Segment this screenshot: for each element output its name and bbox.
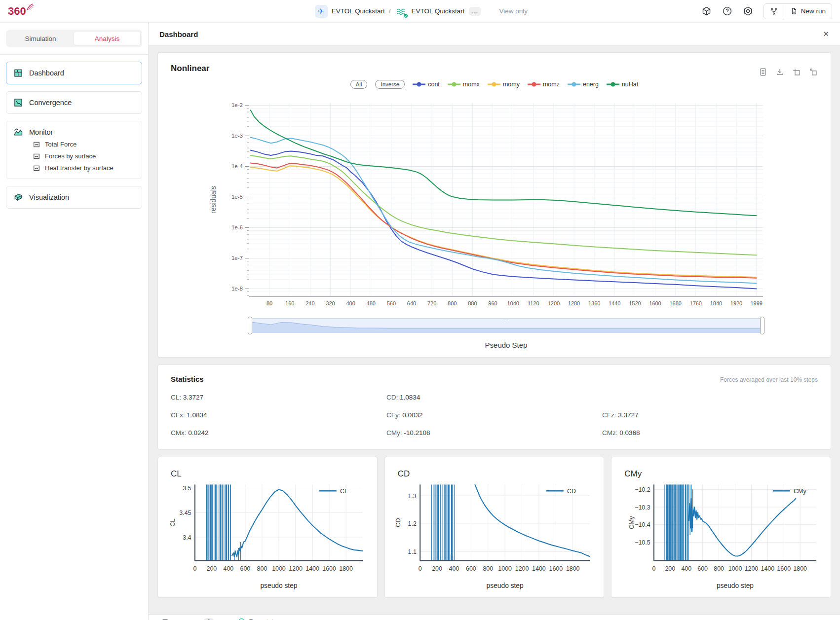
legend-marker-icon [413, 82, 425, 87]
sidebar-subitem-label: Heat transfer by surface [45, 164, 114, 172]
residuals-chart[interactable]: 1e-21e-31e-41e-51e-61e-71e-8801602403204… [158, 91, 831, 311]
sidebar-item-label: Convergence [29, 99, 72, 107]
sidebar-item-convergence[interactable]: Convergence [6, 91, 142, 114]
legend-item-momz[interactable]: momz [528, 81, 560, 88]
legend-inverse-button[interactable]: Inverse [375, 80, 405, 89]
package-cube-icon[interactable] [701, 6, 712, 17]
chart-download-icon[interactable] [775, 68, 784, 76]
content-scroll[interactable]: Nonlinear All Inverse contmomxmomymomzen… [149, 46, 840, 620]
svg-text:1200: 1200 [515, 565, 529, 572]
sidebar-item-visualization[interactable]: Visualization [6, 186, 142, 209]
svg-text:1e-4: 1e-4 [231, 163, 243, 169]
svg-text:3.4: 3.4 [183, 534, 191, 541]
chart-toolbar [759, 68, 818, 76]
chart-log-icon[interactable] [759, 68, 767, 76]
svg-text:−10.4: −10.4 [635, 521, 650, 528]
visualization-cube-icon [13, 192, 23, 202]
help-icon[interactable] [722, 6, 733, 17]
convergence-icon [13, 98, 23, 108]
svg-text:1e-3: 1e-3 [231, 133, 243, 139]
svg-text:1e-2: 1e-2 [231, 102, 243, 108]
svg-text:1800: 1800 [566, 565, 580, 572]
nonlinear-legend: All Inverse contmomxmomymomzenergnuHat [158, 78, 831, 90]
cmy-chart[interactable]: 020040060080010001200140016001800−10.2−1… [619, 481, 825, 595]
svg-text:1200: 1200 [745, 565, 759, 572]
dashboard-icon [13, 68, 23, 78]
svg-text:1200: 1200 [289, 565, 303, 572]
sidebar-subitem-total-force[interactable]: Total Force [13, 137, 135, 149]
svg-text:CMy: CMy [628, 516, 636, 529]
svg-text:1200: 1200 [548, 300, 560, 306]
slider-handle-right[interactable] [760, 317, 764, 334]
chart-subitem-icon [33, 141, 40, 148]
svg-text:1280: 1280 [568, 300, 580, 306]
sidebar-item-monitor-header[interactable]: Monitor [13, 127, 135, 137]
svg-text:−10.3: −10.3 [635, 504, 650, 511]
breadcrumb-run[interactable]: EVTOL Quickstart [411, 7, 464, 15]
legend-item-energ[interactable]: energ [568, 81, 599, 88]
stat-empty [602, 394, 818, 401]
sidebar-subitem-heat-transfer[interactable]: Heat transfer by surface [13, 161, 135, 173]
legend-item-cont[interactable]: cont [413, 81, 440, 88]
svg-text:CMy: CMy [794, 488, 806, 495]
svg-text:800: 800 [257, 565, 267, 572]
fork-button[interactable] [764, 4, 784, 19]
svg-text:1800: 1800 [794, 565, 807, 572]
svg-text:1400: 1400 [761, 565, 775, 572]
tab-analysis[interactable]: Analysis [74, 31, 141, 46]
sidebar-subitem-forces-by-surface[interactable]: Forces by surface [13, 149, 135, 161]
svg-text:640: 640 [407, 300, 416, 306]
svg-text:560: 560 [387, 300, 396, 306]
svg-text:960: 960 [488, 300, 497, 306]
tab-run-status[interactable]: Run status [238, 618, 281, 620]
svg-text:1600: 1600 [549, 565, 563, 572]
legend-item-momy[interactable]: momy [488, 81, 520, 88]
nonlinear-card: Nonlinear All Inverse contmomxmomymomzen… [157, 52, 831, 358]
sidebar: Simulation Analysis Dashboard Convergenc… [0, 23, 149, 620]
svg-text:1e-7: 1e-7 [231, 255, 243, 261]
svg-text:200: 200 [432, 565, 442, 572]
svg-text:1000: 1000 [498, 565, 512, 572]
svg-text:600: 600 [240, 565, 251, 572]
chart-zoom-region-icon[interactable] [792, 68, 801, 76]
page-title: Dashboard [159, 30, 198, 38]
legend-all-button[interactable]: All [350, 80, 368, 89]
svg-text:720: 720 [427, 300, 436, 306]
new-run-button[interactable]: New run [784, 4, 832, 19]
svg-text:1600: 1600 [322, 565, 336, 572]
svg-text:pseudo step: pseudo step [717, 582, 754, 589]
tab-inspector[interactable]: Inspector 0 [161, 618, 214, 620]
svg-text:400: 400 [682, 565, 692, 572]
bottom-tab-bar: Inspector 0 Run status [149, 614, 840, 620]
svg-text:3.5: 3.5 [183, 485, 191, 492]
stat-cfx: CFx: 1.0834 [171, 411, 386, 419]
svg-text:−10.2: −10.2 [635, 486, 650, 493]
cd-chart[interactable]: 0200400600800100012001400160018001.11.21… [393, 481, 598, 595]
svg-text:1000: 1000 [272, 565, 286, 572]
legend-item-nuHat[interactable]: nuHat [607, 81, 638, 88]
svg-text:CD: CD [567, 488, 576, 495]
inspector-count-badge: 0 [203, 618, 215, 620]
main-area: Dashboard ✕ Nonlinear All Inverse contmo… [149, 23, 840, 620]
sidebar-item-dashboard[interactable]: Dashboard [6, 62, 142, 84]
tab-simulation[interactable]: Simulation [7, 31, 74, 46]
breadcrumb-more-button[interactable]: … [469, 7, 481, 16]
svg-text:160: 160 [285, 300, 294, 306]
sidebar-subitem-label: Total Force [45, 141, 76, 148]
cl-chart-card: CL 0200400600800100012001400160018003.43… [157, 457, 378, 598]
legend-item-momx[interactable]: momx [448, 81, 480, 88]
sidebar-subitem-label: Forces by surface [45, 152, 96, 160]
pseudo-step-range-slider[interactable]: ∙∙∙ [249, 318, 763, 333]
close-icon[interactable]: ✕ [823, 30, 829, 38]
settings-icon[interactable] [743, 6, 754, 17]
svg-text:320: 320 [326, 300, 335, 306]
breadcrumb-separator: / [389, 7, 391, 15]
chart-reset-zoom-icon[interactable] [809, 68, 818, 76]
slider-handle-left[interactable] [248, 317, 252, 334]
svg-text:CL: CL [340, 488, 348, 495]
cl-chart[interactable]: 0200400600800100012001400160018003.43.45… [166, 481, 371, 595]
breadcrumb-project[interactable]: EVTOL Quickstart [332, 7, 385, 15]
svg-text:400: 400 [224, 565, 234, 572]
app-logo: 360 [8, 5, 33, 18]
svg-text:800: 800 [483, 565, 493, 572]
